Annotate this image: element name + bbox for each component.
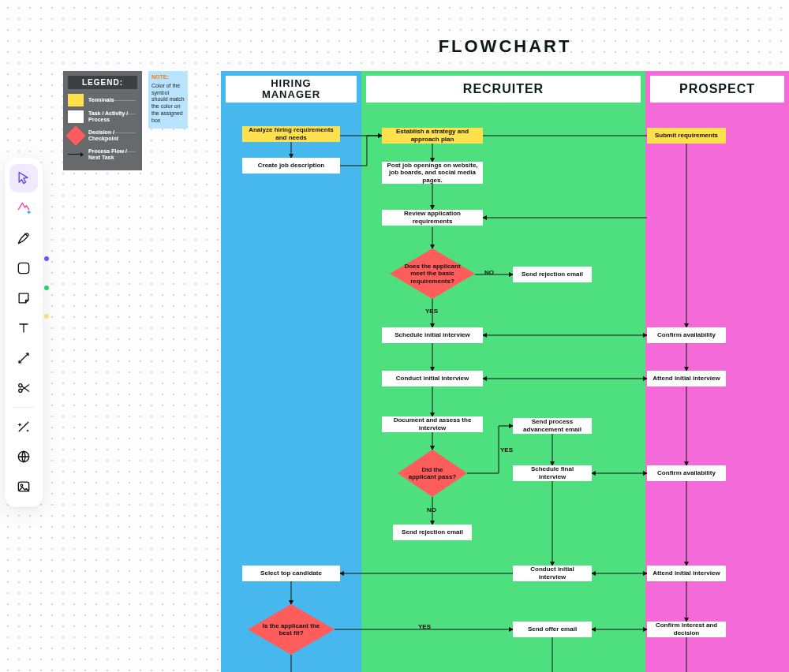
legend-swatch-flow xyxy=(68,151,84,158)
legend-title: LEGEND: xyxy=(68,76,137,89)
node-hm-bestfit[interactable]: Is the applicant the best fit? xyxy=(248,604,335,655)
node-r-advance[interactable]: Send process advancement email xyxy=(513,418,592,434)
note-body: Color of the symbol should match the col… xyxy=(151,83,185,125)
toolbar-divider xyxy=(13,407,35,408)
edge-label-no2: NO xyxy=(427,506,436,513)
node-p-confirm1[interactable]: Confirm availability xyxy=(647,327,726,343)
node-r-schedule-final[interactable]: Schedule final interview xyxy=(513,465,592,481)
tool-indicator-shape xyxy=(44,286,49,290)
node-r-basicreq[interactable]: Does the applicant meet the basic requir… xyxy=(390,248,475,299)
text-tool[interactable] xyxy=(9,314,38,342)
svg-rect-0 xyxy=(18,263,28,273)
node-r-reject1[interactable]: Send rejection email xyxy=(513,267,592,282)
left-toolbar xyxy=(5,158,43,507)
connector-tool[interactable] xyxy=(9,344,38,372)
tool-indicator-sticky xyxy=(44,314,49,319)
node-p-confirm2[interactable]: Confirm availability xyxy=(647,465,726,481)
node-p-submit[interactable]: Submit requirements xyxy=(647,128,726,144)
node-hm-jobdesc[interactable]: Create job description xyxy=(242,158,340,174)
node-r-offer[interactable]: Send offer email xyxy=(513,622,592,637)
edge-label-yes3: YES xyxy=(418,623,431,630)
note-sticky[interactable]: NOTE: Color of the symbol should match t… xyxy=(148,71,188,129)
image-tool[interactable] xyxy=(9,472,38,501)
sticky-tool[interactable] xyxy=(9,284,38,312)
edge-label-yes2: YES xyxy=(500,446,513,454)
legend-swatch-terminal xyxy=(68,94,84,106)
svg-point-5 xyxy=(21,484,23,487)
magic-tool[interactable] xyxy=(9,413,38,441)
legend-panel[interactable]: LEGEND: Terminals Task / Activity / Proc… xyxy=(63,71,142,170)
node-r-assess[interactable]: Document and assess the interview xyxy=(382,416,483,432)
edge-label-yes1: YES xyxy=(425,308,438,315)
legend-label-decision: Decision / Checkpoint xyxy=(88,129,136,141)
page-title: FLOWCHART xyxy=(221,36,789,57)
node-hm-analyze[interactable]: Analyze hiring requirements and needs xyxy=(242,126,340,142)
node-r-reject2[interactable]: Send rejection email xyxy=(393,525,472,540)
pen-tool[interactable] xyxy=(9,224,38,252)
node-hm-select[interactable]: Select top candidate xyxy=(242,566,340,581)
lane-header-prospect: PROSPECT xyxy=(650,76,784,103)
node-p-attend2[interactable]: Attend initial interview xyxy=(647,566,726,581)
select-tool[interactable] xyxy=(9,164,38,192)
node-r-conduct1[interactable]: Conduct initial interview xyxy=(382,371,483,386)
scissors-tool[interactable] xyxy=(9,374,38,402)
node-r-strategy[interactable]: Establish a strategy and approach plan xyxy=(382,128,483,144)
note-heading: NOTE: xyxy=(151,74,185,81)
lane-header-hiring-manager: HIRING MANAGER xyxy=(226,76,357,103)
legend-label-terminal: Terminals xyxy=(88,97,136,103)
node-p-confirm-int[interactable]: Confirm interest and decision xyxy=(647,622,726,637)
lane-header-recruiter: RECRUITER xyxy=(366,76,641,103)
legend-swatch-decision xyxy=(65,125,85,145)
node-r-review[interactable]: Review application requirements xyxy=(382,210,483,226)
ai-tool[interactable] xyxy=(9,194,38,222)
node-r-conduct2[interactable]: Conduct initial interview xyxy=(513,566,592,581)
globe-tool[interactable] xyxy=(9,442,38,471)
shape-tool[interactable] xyxy=(9,254,38,282)
flowchart-board[interactable]: HIRING MANAGER RECRUITER PROSPECT xyxy=(221,71,789,672)
node-p-attend1[interactable]: Attend initial interview xyxy=(647,371,726,386)
node-r-schedule1[interactable]: Schedule initial interview xyxy=(382,327,483,343)
edge-label-no1: NO xyxy=(484,269,494,276)
legend-label-process: Task / Activity / Process xyxy=(88,110,136,122)
node-r-pass[interactable]: Did the applicant pass? xyxy=(398,450,467,497)
legend-label-flow: Process Flow / Next Task xyxy=(88,148,136,160)
tool-indicator-pen xyxy=(44,256,49,261)
node-r-post[interactable]: Post job openings on website, job boards… xyxy=(382,162,483,184)
legend-swatch-process xyxy=(68,110,84,123)
